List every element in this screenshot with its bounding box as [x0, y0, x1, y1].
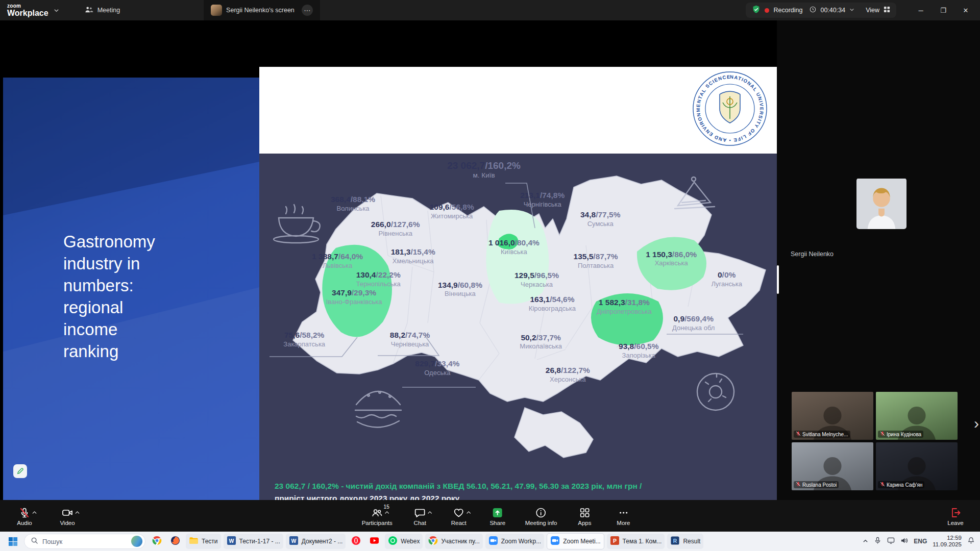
- map-region-label: 50,2/37,7%Миколаївська: [520, 333, 562, 351]
- people-icon: [85, 6, 93, 14]
- toolbar-apps[interactable]: Apps: [573, 506, 596, 526]
- language-indicator[interactable]: ENG: [914, 538, 927, 545]
- taskbar-app-word-document2[interactable]: WДокумент2 - ...: [286, 534, 346, 549]
- mic-muted-icon: [880, 482, 885, 488]
- search-placeholder: Пошук: [42, 538, 127, 545]
- view-grid-icon: [884, 6, 890, 14]
- minimize-button[interactable]: ─: [910, 0, 932, 20]
- taskbar-app-webex[interactable]: Webex: [385, 534, 423, 549]
- mic-muted-icon: [19, 506, 30, 518]
- taskbar-app-zoom-workplace[interactable]: Zoom Workp...: [485, 534, 544, 549]
- mic-muted-icon: [880, 431, 885, 437]
- map-region-label: 88,2/74,7%Чернівецька: [390, 330, 430, 348]
- taskbar-clock[interactable]: 12:59 11.09.2025: [933, 535, 962, 548]
- ukraine-map-panel: 23 062,7/160,2%м. Київ368,4/88,1%Волинсь…: [259, 154, 777, 502]
- clock-icon: [810, 6, 816, 14]
- participant-tile[interactable]: Svitlana Melnyche...: [792, 392, 873, 440]
- speaker-name: Sergii Neilenko: [791, 251, 834, 258]
- participant-tile[interactable]: Ірина Кудінова: [876, 392, 958, 440]
- speaker-avatar: [856, 178, 906, 229]
- logo-workplace-text: Workplace: [7, 9, 48, 17]
- chevron-up-icon[interactable]: [385, 507, 389, 516]
- chevron-down-icon[interactable]: [849, 7, 854, 14]
- toolbar-participants[interactable]: 15Participants: [362, 506, 393, 526]
- toolbar-share[interactable]: Share: [486, 506, 509, 526]
- search-input[interactable]: Пошук: [24, 534, 145, 549]
- folder-icon: [189, 536, 199, 547]
- taskbar-app-result-app[interactable]: RResult: [667, 534, 703, 549]
- toolbar-react[interactable]: React: [448, 506, 470, 526]
- map-region-label: 368,4/88,1%Волинська: [331, 194, 375, 213]
- mic-muted-icon: [796, 482, 801, 488]
- taskbar-app-folder-testy[interactable]: Тести: [186, 534, 221, 549]
- tray-speaker-icon[interactable]: [900, 537, 908, 546]
- annotate-button[interactable]: [13, 464, 27, 478]
- start-button[interactable]: [5, 534, 20, 549]
- map-region-label: 129,5/96,5%Черкаська: [514, 270, 559, 289]
- close-button[interactable]: ✕: [954, 0, 977, 20]
- recording-label: Recording: [773, 7, 802, 14]
- taskbar-app-firefox[interactable]: [167, 534, 183, 549]
- maximize-button[interactable]: ❐: [932, 0, 954, 20]
- chrome-icon: [152, 536, 162, 547]
- more-options-icon[interactable]: ⋯: [302, 5, 313, 16]
- map-region-label: 163,1/54,6%Кіровоградська: [529, 294, 576, 313]
- taskbar-app-powerpoint-tema1[interactable]: PТема 1. Ком...: [607, 534, 665, 549]
- view-button[interactable]: View: [866, 7, 879, 14]
- tab-screen-share-label: Sergii Neilenko's screen: [226, 7, 295, 14]
- toolbar-leave[interactable]: Leave: [944, 506, 967, 526]
- meeting-timer: 00:40:34: [820, 7, 845, 14]
- map-region-label: 134,9/60,8%Вінницька: [438, 280, 482, 298]
- map-region-label: 23 062,7/160,2%м. Київ: [447, 160, 521, 180]
- scrollbar-thumb[interactable]: [777, 265, 779, 294]
- map-region-label: 1 016,0/80,4%Київська: [488, 238, 540, 256]
- search-icon: [31, 537, 38, 546]
- chevron-up-icon[interactable]: [467, 507, 471, 516]
- participant-tile[interactable]: Ruslana Postoi: [792, 442, 873, 490]
- chevron-up-icon[interactable]: [428, 507, 432, 516]
- toolbar-more[interactable]: More: [612, 506, 634, 526]
- taskbar-app-word-testy[interactable]: WТести-1-17 - ...: [224, 534, 283, 549]
- taskbar-app-opera[interactable]: [348, 534, 364, 549]
- tray-monitor-icon[interactable]: [887, 537, 895, 546]
- search-daily-image[interactable]: [131, 536, 142, 547]
- word-icon: W: [227, 536, 236, 547]
- taskbar-app-zoom-meeting[interactable]: Zoom Meeti...: [547, 533, 604, 549]
- toolbar-audio[interactable]: Audio: [13, 506, 36, 526]
- more-icon: [618, 506, 629, 518]
- toolbar-chat[interactable]: Chat: [409, 506, 431, 526]
- chevron-up-icon[interactable]: [75, 507, 80, 516]
- opera-icon: [351, 536, 361, 547]
- map-region-label: 93,8/60,5%Запорізька: [619, 341, 658, 360]
- map-region-label: 109,6/56,8%Житомирська: [430, 202, 474, 220]
- taskbar-app-youtube[interactable]: [366, 534, 382, 549]
- participant-tile[interactable]: Карина Саф'ян: [876, 442, 958, 490]
- map-region-label: 181,3/15,4%Хмельницька: [391, 247, 435, 265]
- participant-name: Svitlana Melnyche...: [802, 432, 848, 437]
- system-tray: ENG 12:59 11.09.2025: [863, 535, 980, 548]
- chevron-down-icon[interactable]: [54, 8, 59, 13]
- tray-chevron-up-icon[interactable]: [863, 537, 868, 546]
- slide-left-panel: Gastronomy industry in numbers: regional…: [3, 78, 259, 502]
- slide-title: Gastronomy industry in numbers: regional…: [63, 231, 155, 362]
- tray-mic-icon[interactable]: [874, 537, 881, 546]
- chevron-up-icon[interactable]: [32, 507, 37, 516]
- notifications-icon[interactable]: [967, 537, 975, 546]
- tab-screen-share[interactable]: Sergii Neilenko's screen ⋯: [204, 0, 320, 20]
- toolbar-meeting-info[interactable]: Meeting info: [525, 506, 557, 526]
- svg-text:W: W: [291, 538, 296, 544]
- map-labels-layer: 23 062,7/160,2%м. Київ368,4/88,1%Волинсь…: [259, 154, 777, 502]
- heart-icon: [453, 506, 464, 518]
- leave-icon: [950, 506, 961, 518]
- slide-header-area: NATIONAL UNIVERSITY OF LIFE • AND ENVIRO…: [259, 67, 777, 154]
- svg-text:P: P: [613, 538, 617, 544]
- participants-sidebar: Sergii Neilenko Svitlana Melnyche...Ірин…: [777, 20, 980, 500]
- avatar: [211, 5, 222, 16]
- taskbar-app-chrome-participant[interactable]: Участник пу...: [425, 534, 482, 549]
- tab-meeting[interactable]: Meeting: [78, 0, 127, 20]
- toolbar-video[interactable]: Video: [56, 506, 79, 526]
- taskbar-app-chrome[interactable]: [149, 534, 165, 549]
- firefox-icon: [170, 536, 180, 547]
- next-page-chevron-icon[interactable]: ›: [974, 416, 979, 431]
- camera-icon: [62, 506, 73, 518]
